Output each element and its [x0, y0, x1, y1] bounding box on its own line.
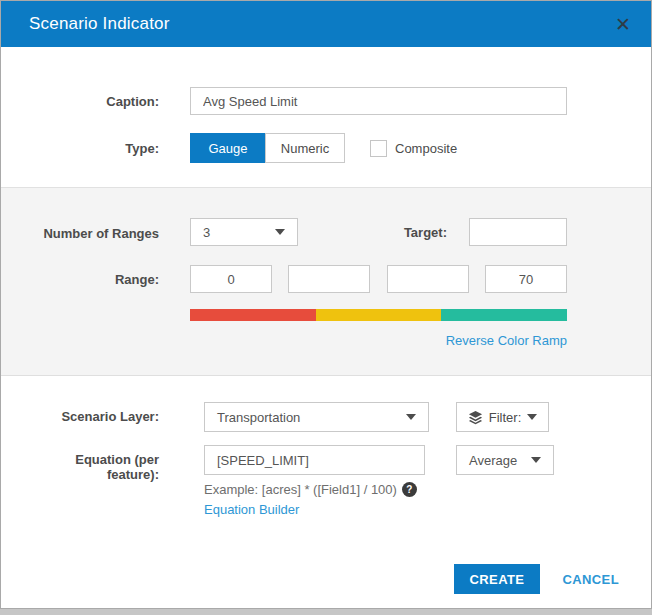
composite-label: Composite	[395, 141, 457, 156]
dialog-footer: CREATE CANCEL	[1, 564, 651, 608]
equation-builder-link[interactable]: Equation Builder	[204, 502, 299, 517]
aggregation-select[interactable]: Average	[456, 445, 554, 475]
chevron-down-icon	[531, 457, 541, 463]
general-section: Caption: Type: Gauge Numeric Composite	[1, 47, 651, 175]
range-input-2[interactable]	[288, 265, 370, 293]
equation-row: Equation (per feature): Example: [acres]…	[1, 445, 651, 517]
equation-input[interactable]	[204, 445, 425, 475]
caption-label: Caption:	[1, 87, 159, 109]
create-button[interactable]: CREATE	[454, 564, 541, 594]
scenario-layer-select[interactable]: Transportation	[204, 402, 429, 432]
ramp-segment-green	[441, 309, 567, 321]
number-of-ranges-select[interactable]: 3	[190, 218, 298, 246]
equation-example-text: Example: [acres] * ([Field1] / 100)	[204, 482, 397, 497]
dialog-header: Scenario Indicator ✕	[1, 1, 651, 47]
type-row: Type: Gauge Numeric Composite	[1, 133, 651, 163]
caption-input[interactable]	[190, 87, 567, 115]
range-row: Range:	[1, 265, 651, 293]
scenario-indicator-dialog: Scenario Indicator ✕ Caption: Type: Gaug…	[0, 0, 652, 609]
layers-icon	[468, 410, 483, 425]
filter-label: Filter:	[489, 410, 522, 425]
dialog-title: Scenario Indicator	[29, 14, 170, 34]
type-option-numeric[interactable]: Numeric	[265, 133, 345, 163]
ramp-segment-yellow	[316, 309, 442, 321]
composite-checkbox[interactable]	[370, 140, 387, 157]
close-icon[interactable]: ✕	[615, 15, 631, 34]
reverse-color-ramp-link[interactable]: Reverse Color Ramp	[446, 333, 567, 348]
scenario-layer-value: Transportation	[217, 410, 300, 425]
ramp-segment-red	[190, 309, 316, 321]
chevron-down-icon	[527, 414, 537, 420]
range-label: Range:	[1, 265, 159, 287]
reverse-ramp-row: Reverse Color Ramp	[1, 333, 651, 348]
filter-button[interactable]: Filter:	[456, 402, 549, 432]
chevron-down-icon	[406, 414, 416, 420]
number-of-ranges-row: Number of Ranges 3 Target:	[1, 218, 651, 246]
range-input-3[interactable]	[387, 265, 469, 293]
scenario-layer-label: Scenario Layer:	[1, 402, 159, 424]
type-label: Type:	[1, 133, 159, 156]
color-ramp	[190, 309, 567, 321]
number-of-ranges-value: 3	[203, 225, 210, 240]
range-input-4[interactable]	[485, 265, 567, 293]
target-input[interactable]	[469, 218, 567, 246]
caption-row: Caption:	[1, 87, 651, 115]
help-icon[interactable]: ?	[402, 482, 417, 497]
equation-label: Equation (per feature):	[47, 452, 159, 482]
type-option-gauge[interactable]: Gauge	[190, 133, 265, 163]
scenario-layer-row: Scenario Layer: Transportation Filter:	[1, 402, 651, 432]
chevron-down-icon	[275, 229, 285, 235]
ranges-section: Number of Ranges 3 Target: Range:	[1, 187, 651, 376]
range-input-1[interactable]	[190, 265, 272, 293]
layer-equation-section: Scenario Layer: Transportation Filter:	[1, 376, 651, 517]
cancel-button[interactable]: CANCEL	[562, 572, 619, 587]
target-label: Target:	[404, 225, 447, 240]
color-ramp-row	[1, 309, 651, 321]
aggregation-value: Average	[469, 453, 517, 468]
number-of-ranges-label: Number of Ranges	[1, 218, 159, 241]
type-toggle: Gauge Numeric	[190, 133, 345, 163]
